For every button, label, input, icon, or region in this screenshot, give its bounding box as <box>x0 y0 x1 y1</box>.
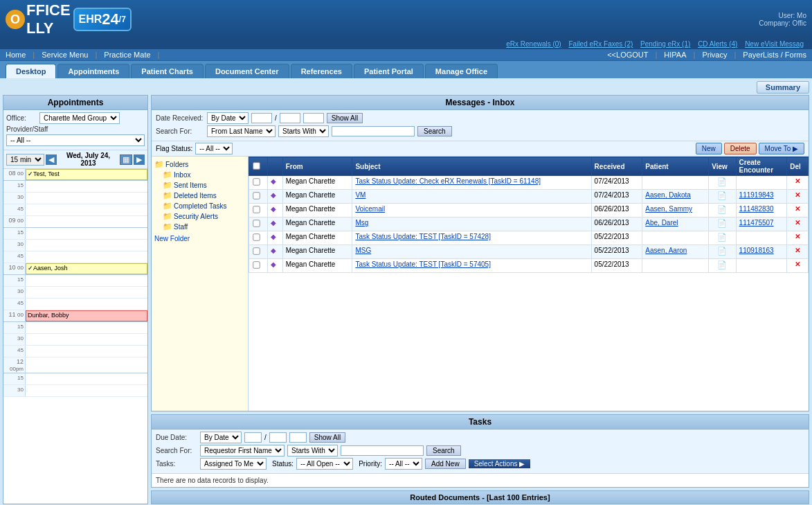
slot-1215[interactable] <box>26 373 147 384</box>
row-encounter-3[interactable]: 111475507 <box>736 218 787 231</box>
row-check-3[interactable] <box>249 218 268 231</box>
summary-button[interactable]: Summary <box>757 81 809 94</box>
row-subject-5[interactable]: MSG <box>352 245 591 259</box>
pending-erx-link[interactable]: Pending eRx (1) <box>640 40 690 48</box>
slot-0930[interactable] <box>26 240 147 251</box>
row-subject-3[interactable]: Msg <box>352 218 591 231</box>
row-del-1[interactable]: ✕ <box>787 190 809 204</box>
slot-1100[interactable]: Dunbar, Bobby <box>26 310 147 321</box>
assigned-select[interactable]: Assigned To Me <box>200 458 267 470</box>
row-view-0[interactable]: 📄 <box>709 176 736 190</box>
slot-1115[interactable] <box>26 322 147 333</box>
slot-1230[interactable] <box>26 385 147 396</box>
row-check-1[interactable] <box>249 190 268 204</box>
select-actions-button[interactable]: Select Actions ▶ <box>469 459 531 468</box>
tab-refs[interactable]: References <box>291 64 352 78</box>
slot-1130[interactable] <box>26 334 147 345</box>
slot-0830[interactable] <box>26 193 147 204</box>
nav-privacy[interactable]: Privacy <box>702 51 727 59</box>
task-search-by-select[interactable]: Requestor First Name <box>200 445 285 457</box>
date-year-input[interactable] <box>303 113 324 123</box>
date-by-select[interactable]: By Date <box>207 112 249 124</box>
folder-completed[interactable]: 📁 Completed Tasks <box>163 201 245 211</box>
task-starts-with-select[interactable]: Starts With <box>287 445 338 457</box>
row-check-0[interactable] <box>249 176 268 190</box>
nav-logout[interactable]: <<LOGOUT <box>607 51 648 59</box>
nav-service[interactable]: Service Menu <box>42 51 88 59</box>
tasks-show-all-button[interactable]: Show All <box>309 432 345 443</box>
select-all-checkbox[interactable] <box>253 162 260 169</box>
nav-home[interactable]: Home <box>6 51 26 59</box>
task-date2[interactable] <box>269 432 287 443</box>
tab-desktop[interactable]: Desktop <box>6 64 56 78</box>
search-button[interactable]: Search <box>417 126 452 136</box>
row-subject-0[interactable]: Task Status Update: Check eRX Renewals [… <box>352 176 591 190</box>
cal-icon-button[interactable]: ▦ <box>120 154 132 165</box>
tab-portal[interactable]: Patient Portal <box>354 64 424 78</box>
slot-0845[interactable] <box>26 204 147 215</box>
row-view-5[interactable]: 📄 <box>709 245 736 259</box>
priority-select[interactable]: -- All -- <box>385 458 422 470</box>
tab-appointments[interactable]: Appointments <box>57 64 129 78</box>
row-subject-6[interactable]: Task Status Update: TEST [TaskID = 57405… <box>352 259 591 273</box>
tab-charts[interactable]: Patient Charts <box>131 64 204 78</box>
task-search-input[interactable] <box>341 445 424 456</box>
row-view-4[interactable]: 📄 <box>709 231 736 245</box>
row-del-4[interactable]: ✕ <box>787 231 809 245</box>
row-del-3[interactable]: ✕ <box>787 218 809 231</box>
row-check-4[interactable] <box>249 231 268 245</box>
slot-1030[interactable] <box>26 287 147 298</box>
slot-1200[interactable] <box>26 357 147 373</box>
row-patient-2[interactable]: Aasen, Sammy <box>642 204 709 218</box>
next-day-button[interactable]: ▶ <box>134 154 145 165</box>
row-patient-5[interactable]: Aasen, Aaron <box>642 245 709 259</box>
nav-hipaa[interactable]: HIPAA <box>664 51 686 59</box>
row-check-2[interactable] <box>249 204 268 218</box>
slot-0900[interactable] <box>26 216 147 227</box>
search-text-input[interactable] <box>332 126 415 136</box>
row-encounter-2[interactable]: 111482830 <box>736 204 787 218</box>
flag-select[interactable]: -- All -- <box>195 143 233 154</box>
evisit-link[interactable]: New eVisit Messag <box>745 40 804 48</box>
row-view-3[interactable]: 📄 <box>709 218 736 231</box>
folder-deleted[interactable]: 📁 Deleted Items <box>163 191 245 201</box>
slot-0800[interactable]: ✓Test, Test <box>26 169 147 180</box>
slot-0815[interactable] <box>26 181 147 192</box>
row-del-2[interactable]: ✕ <box>787 204 809 218</box>
folder-sent[interactable]: 📁 Sent Items <box>163 180 245 191</box>
failed-erx-link[interactable]: Failed eRx Faxes (2) <box>568 40 633 48</box>
delete-message-button[interactable]: Delete <box>724 143 757 154</box>
row-check-6[interactable] <box>249 259 268 273</box>
folder-security[interactable]: 📁 Security Alerts <box>163 211 245 222</box>
slot-1015[interactable] <box>26 275 147 286</box>
folder-inbox[interactable]: 📁 Inbox <box>163 170 245 180</box>
row-del-5[interactable]: ✕ <box>787 245 809 259</box>
starts-with-select[interactable]: Starts With <box>278 125 329 137</box>
row-view-1[interactable]: 📄 <box>709 190 736 204</box>
row-subject-2[interactable]: Voicemail <box>352 204 591 218</box>
task-date3[interactable] <box>289 432 307 443</box>
row-del-0[interactable]: ✕ <box>787 176 809 190</box>
row-encounter-1[interactable]: 111919843 <box>736 190 787 204</box>
row-subject-1[interactable]: VM <box>352 190 591 204</box>
slot-0915[interactable] <box>26 228 147 239</box>
row-patient-3[interactable]: Abe, Darel <box>642 218 709 231</box>
moveto-button[interactable]: Move To ▶ <box>759 143 804 154</box>
provider-select[interactable]: -- All -- <box>6 134 145 146</box>
task-search-button[interactable]: Search <box>426 445 461 456</box>
prev-day-button[interactable]: ◀ <box>46 154 57 165</box>
row-view-2[interactable]: 📄 <box>709 204 736 218</box>
slot-1145[interactable] <box>26 346 147 357</box>
row-del-6[interactable]: ✕ <box>787 259 809 273</box>
slot-0945[interactable] <box>26 251 147 263</box>
folder-staff[interactable]: 📁 Staff <box>163 222 245 232</box>
search-by-select[interactable]: From Last Name <box>207 125 276 137</box>
tab-manage[interactable]: Manage Office <box>425 64 498 78</box>
slot-1045[interactable] <box>26 299 147 310</box>
row-view-6[interactable]: 📄 <box>709 259 736 273</box>
row-subject-4[interactable]: Task Status Update: TEST [TaskID = 57428… <box>352 231 591 245</box>
date-show-all-button[interactable]: Show All <box>327 113 363 123</box>
row-check-5[interactable] <box>249 245 268 259</box>
routed-docs-panel[interactable]: Routed Documents - [Last 100 Entries] <box>151 490 809 504</box>
date-to-input[interactable] <box>280 113 300 123</box>
